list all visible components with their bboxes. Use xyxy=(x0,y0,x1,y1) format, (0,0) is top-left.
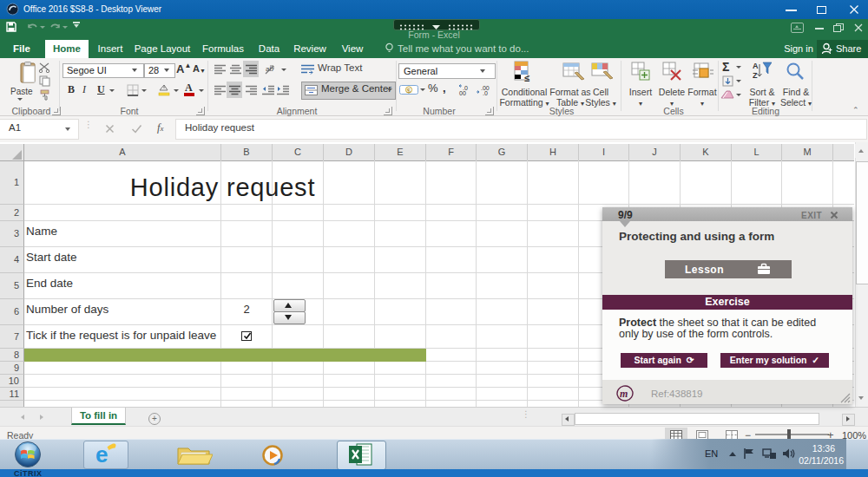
svg-text:≤: ≤ xyxy=(524,73,529,83)
svg-text:Z: Z xyxy=(753,71,758,80)
svg-text:$: $ xyxy=(407,87,411,95)
svg-text:m: m xyxy=(620,388,628,400)
svg-text:A: A xyxy=(753,62,759,70)
svg-text:.0: .0 xyxy=(483,90,488,96)
svg-text:00: 00 xyxy=(459,90,466,96)
svg-text:ab: ab xyxy=(266,65,273,73)
